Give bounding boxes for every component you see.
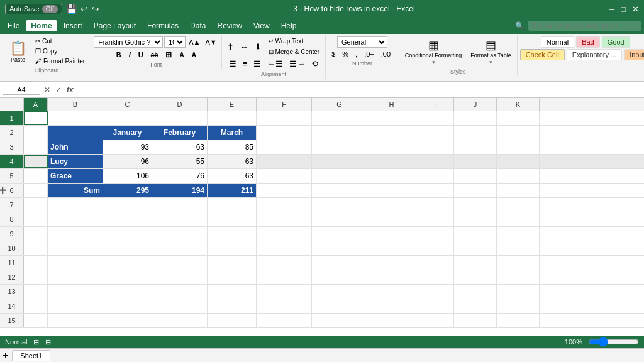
- cell-c5[interactable]: 106: [103, 169, 152, 183]
- menu-home[interactable]: Home: [26, 20, 57, 31]
- cell-c8[interactable]: [103, 212, 152, 226]
- row-num-12[interactable]: 12: [0, 270, 24, 284]
- maximize-icon[interactable]: □: [621, 4, 626, 14]
- col-header-g[interactable]: G: [312, 98, 367, 111]
- cf-expand-arrow[interactable]: ▾: [432, 59, 435, 65]
- cell-a15[interactable]: [24, 314, 48, 327]
- cell-k11[interactable]: [497, 256, 540, 270]
- col-header-e[interactable]: E: [208, 98, 257, 111]
- number-format-select[interactable]: General: [337, 36, 387, 48]
- cell-e3[interactable]: 85: [208, 140, 257, 154]
- cell-e9[interactable]: [208, 227, 257, 241]
- cell-g10[interactable]: [312, 241, 367, 255]
- cell-a13[interactable]: [24, 285, 48, 299]
- menu-formulas[interactable]: Formulas: [142, 20, 184, 31]
- cell-a7[interactable]: [24, 198, 48, 212]
- cell-f12[interactable]: [257, 270, 312, 284]
- cell-c13[interactable]: [103, 285, 152, 299]
- align-top-button[interactable]: ⬆: [225, 41, 236, 53]
- cell-f1[interactable]: [257, 111, 312, 125]
- cut-button[interactable]: ✂ Cut: [32, 36, 88, 46]
- cell-f14[interactable]: [257, 299, 312, 313]
- cell-a10[interactable]: [24, 241, 48, 255]
- cell-a5[interactable]: [24, 169, 48, 183]
- text-direction-button[interactable]: ⟲: [309, 58, 321, 70]
- paste-button[interactable]: 📋 Paste: [5, 36, 31, 66]
- cell-i2[interactable]: [416, 126, 454, 140]
- row-num-3[interactable]: 3: [0, 140, 24, 154]
- cell-b2[interactable]: [48, 126, 103, 140]
- cell-a8[interactable]: [24, 212, 48, 226]
- cell-d8[interactable]: [152, 212, 208, 226]
- decrease-decimal-button[interactable]: .00-: [378, 49, 396, 59]
- row-num-5[interactable]: 5: [0, 169, 24, 183]
- cell-g2[interactable]: [312, 126, 367, 140]
- cell-g14[interactable]: [312, 299, 367, 313]
- row-num-13[interactable]: 13: [0, 285, 24, 299]
- cell-g13[interactable]: [312, 285, 367, 299]
- cell-h6[interactable]: [367, 184, 416, 197]
- cell-k10[interactable]: [497, 241, 540, 255]
- format-painter-button[interactable]: 🖌 Format Painter: [32, 57, 88, 66]
- cell-e13[interactable]: [208, 285, 257, 299]
- cell-a9[interactable]: [24, 227, 48, 241]
- check-cell-badge[interactable]: Check Cell: [520, 49, 565, 60]
- cell-i12[interactable]: [416, 270, 454, 284]
- explanatory-badge[interactable]: Explanatory ...: [567, 49, 622, 60]
- cell-c15[interactable]: [103, 314, 152, 327]
- cell-d2[interactable]: February: [152, 126, 208, 140]
- menu-review[interactable]: Review: [212, 20, 247, 31]
- strikethrough-button[interactable]: ab: [148, 50, 162, 60]
- name-box[interactable]: [3, 85, 40, 95]
- decrease-font-button[interactable]: A▼: [203, 38, 218, 47]
- formula-check-icon[interactable]: ✕: [43, 85, 52, 94]
- cell-a2[interactable]: [24, 126, 48, 140]
- cell-c7[interactable]: [103, 198, 152, 212]
- borders-button[interactable]: ⊞: [162, 49, 175, 60]
- cell-e4[interactable]: 63: [208, 155, 257, 168]
- cell-f3[interactable]: [257, 140, 312, 154]
- cell-c3[interactable]: 93: [103, 140, 152, 154]
- cell-c10[interactable]: [103, 241, 152, 255]
- cell-d12[interactable]: [152, 270, 208, 284]
- cell-h12[interactable]: [367, 270, 416, 284]
- formula-x-icon[interactable]: ✓: [54, 85, 63, 94]
- copy-button[interactable]: ❐ Copy: [32, 47, 88, 56]
- fill-color-button[interactable]: A: [176, 50, 187, 60]
- cell-b3[interactable]: John: [48, 140, 103, 154]
- cell-b11[interactable]: [48, 256, 103, 270]
- cell-e6[interactable]: 211: [208, 184, 257, 197]
- cell-g1[interactable]: [312, 111, 367, 125]
- cell-d9[interactable]: [152, 227, 208, 241]
- cell-f15[interactable]: [257, 314, 312, 327]
- cell-k5[interactable]: [497, 169, 540, 183]
- cell-e10[interactable]: [208, 241, 257, 255]
- search-input[interactable]: [528, 21, 641, 31]
- normal-style-badge[interactable]: Normal: [541, 36, 574, 48]
- cell-e2[interactable]: March: [208, 126, 257, 140]
- cell-g8[interactable]: [312, 212, 367, 226]
- row-num-7[interactable]: 7: [0, 198, 24, 212]
- cell-d15[interactable]: [152, 314, 208, 327]
- cell-h5[interactable]: [367, 169, 416, 183]
- cell-i3[interactable]: [416, 140, 454, 154]
- row-num-2[interactable]: 2: [0, 126, 24, 140]
- cell-d10[interactable]: [152, 241, 208, 255]
- minimize-icon[interactable]: ─: [609, 4, 614, 14]
- align-right-button[interactable]: ☰: [251, 58, 264, 70]
- cell-i9[interactable]: [416, 227, 454, 241]
- cell-i5[interactable]: [416, 169, 454, 183]
- autosave-badge[interactable]: AutoSave Off: [5, 4, 62, 14]
- cell-d7[interactable]: [152, 198, 208, 212]
- cell-d4[interactable]: 55: [152, 155, 208, 168]
- cell-g9[interactable]: [312, 227, 367, 241]
- increase-font-button[interactable]: A▲: [187, 38, 202, 47]
- cell-a3[interactable]: [24, 140, 48, 154]
- cell-e7[interactable]: [208, 198, 257, 212]
- comma-button[interactable]: ,: [352, 49, 360, 59]
- cell-c12[interactable]: [103, 270, 152, 284]
- cell-b12[interactable]: [48, 270, 103, 284]
- cell-j13[interactable]: [454, 285, 497, 299]
- cell-i4[interactable]: [416, 155, 454, 168]
- cell-b8[interactable]: [48, 212, 103, 226]
